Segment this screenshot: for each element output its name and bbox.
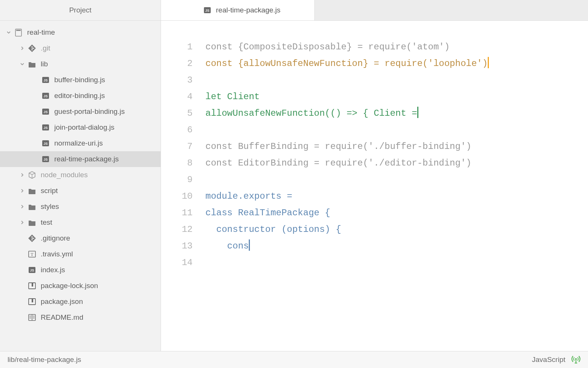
line-number: 4 [161, 89, 193, 105]
folder-icon [27, 218, 37, 227]
code-token: constructor (options) { [205, 224, 341, 235]
tree-item-label: node_modules [41, 167, 88, 183]
tree-item[interactable]: index.js [0, 262, 161, 278]
line-number-gutter: 1234567891011121314 [161, 39, 205, 351]
line-number: 5 [161, 105, 193, 122]
code-lines[interactable]: const {CompositeDisposable} = require('a… [205, 39, 588, 351]
code-line[interactable]: constructor (options) { [205, 221, 588, 238]
main-area: Project real-time.gitlibbuffer-binding.j… [0, 0, 588, 351]
sidebar-header: Project [0, 0, 161, 21]
chevron-down-icon[interactable] [6, 31, 11, 34]
code-line[interactable]: cons [205, 238, 588, 255]
tree-item[interactable]: real-time-package.js [0, 151, 161, 167]
tree-item[interactable]: .travis.yml [0, 246, 161, 262]
npm-icon [27, 297, 37, 307]
tree-item[interactable]: package.json [0, 294, 161, 310]
folder-icon [27, 59, 37, 69]
code-token: class RealTimePackage { [205, 208, 330, 218]
remote-cursor [488, 57, 489, 68]
js-icon [202, 5, 212, 15]
tree-item[interactable]: styles [0, 199, 161, 215]
code-line[interactable]: let Client [205, 89, 588, 105]
tree-item[interactable]: join-portal-dialog.js [0, 120, 161, 135]
js-icon [41, 75, 51, 85]
chevron-right-icon[interactable] [20, 189, 25, 193]
code-token: const {CompositeDisposable} = require('a… [205, 42, 450, 52]
tree-item-label: normalize-uri.js [54, 135, 103, 151]
tree-item-label: real-time [27, 25, 55, 40]
tree-item[interactable]: .gitignore [0, 230, 161, 246]
line-number: 13 [161, 238, 193, 255]
line-number: 2 [161, 55, 193, 72]
tree-item-label: buffer-binding.js [54, 72, 105, 88]
tree-item-label: package-lock.json [41, 278, 98, 294]
book-icon [27, 313, 37, 322]
code-line[interactable] [205, 172, 588, 188]
code-line[interactable]: const BufferBinding = require('./buffer-… [205, 138, 588, 155]
line-number: 7 [161, 138, 193, 155]
line-number: 14 [161, 255, 193, 271]
tree-item[interactable]: package-lock.json [0, 278, 161, 294]
tree-item-label: README.md [41, 310, 83, 325]
tree-item[interactable]: node_modules [0, 167, 161, 183]
chevron-right-icon[interactable] [20, 46, 25, 50]
code-token: const {allowUnsafeNewFunction} = require… [205, 58, 488, 69]
js-icon [41, 154, 51, 164]
code-line[interactable] [205, 255, 588, 271]
chevron-right-icon[interactable] [20, 205, 25, 209]
tree-item-label: .git [41, 40, 50, 56]
js-icon [41, 123, 51, 132]
tree-item-label: script [41, 183, 58, 199]
tree-item[interactable]: normalize-uri.js [0, 135, 161, 151]
tree-item[interactable]: .git [0, 40, 161, 56]
remote-cursor [249, 239, 250, 251]
tree-item[interactable]: script [0, 183, 161, 199]
chevron-down-icon[interactable] [20, 62, 25, 66]
npm-icon [27, 281, 37, 291]
teletype-antenna-icon[interactable] [571, 354, 580, 365]
tree-item[interactable]: lib [0, 56, 161, 72]
line-number: 11 [161, 205, 193, 221]
tree-item[interactable]: editor-binding.js [0, 88, 161, 104]
code-line[interactable]: module.exports = [205, 188, 588, 205]
tree-item-label: test [41, 215, 52, 230]
line-number: 1 [161, 39, 193, 55]
project-tree[interactable]: real-time.gitlibbuffer-binding.jseditor-… [0, 21, 161, 351]
editor-tab[interactable]: real-time-package.js [161, 0, 315, 20]
status-file-path[interactable]: lib/real-time-package.js [8, 356, 81, 364]
code-line[interactable]: const {CompositeDisposable} = require('a… [205, 39, 588, 55]
code-line[interactable] [205, 122, 588, 138]
code-line[interactable]: allowUnsafeNewFunction(() => { Client = [205, 105, 588, 122]
line-number: 9 [161, 172, 193, 188]
tree-item[interactable]: test [0, 215, 161, 230]
code-line[interactable]: const {allowUnsafeNewFunction} = require… [205, 55, 588, 72]
tab-bar[interactable]: real-time-package.js [161, 0, 588, 21]
line-number: 12 [161, 221, 193, 238]
code-token: cons [205, 241, 249, 251]
status-bar: lib/real-time-package.js JavaScript [0, 351, 588, 368]
tree-item[interactable]: buffer-binding.js [0, 72, 161, 88]
status-grammar[interactable]: JavaScript [532, 356, 565, 364]
module-icon [27, 170, 37, 180]
chevron-right-icon[interactable] [20, 173, 25, 177]
tab-label: real-time-package.js [216, 6, 280, 14]
tree-item[interactable]: real-time [0, 25, 161, 40]
repo-icon [14, 28, 23, 37]
js-icon [41, 138, 51, 148]
tree-item-label: lib [41, 56, 48, 72]
tree-item[interactable]: README.md [0, 310, 161, 325]
code-area[interactable]: 1234567891011121314 const {CompositeDisp… [161, 21, 588, 351]
project-sidebar: Project real-time.gitlibbuffer-binding.j… [0, 0, 161, 351]
line-number: 3 [161, 72, 193, 89]
remote-cursor [417, 107, 418, 118]
code-line[interactable]: class RealTimePackage { [205, 205, 588, 221]
chevron-right-icon[interactable] [20, 221, 25, 224]
code-line[interactable]: const EditorBinding = require('./editor-… [205, 155, 588, 172]
code-token: module.exports = [205, 191, 292, 201]
tree-item[interactable]: guest-portal-binding.js [0, 104, 161, 120]
travis-icon [27, 249, 37, 259]
tree-item-label: index.js [41, 262, 65, 278]
tree-item-label: package.json [41, 294, 83, 310]
js-icon [41, 107, 51, 117]
code-line[interactable] [205, 72, 588, 89]
